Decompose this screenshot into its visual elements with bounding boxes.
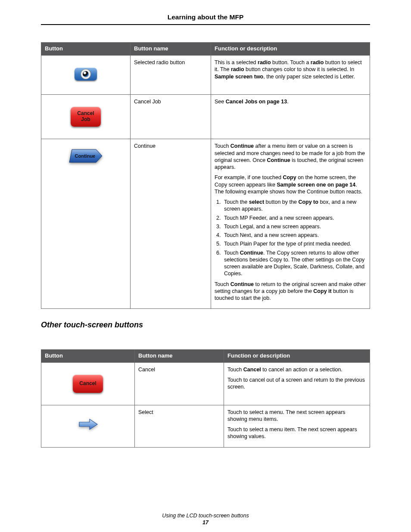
desc-text: For example, if one touched Copy on the … [215,174,366,195]
step: Touch Legal, and a new screen appears. [222,223,366,230]
th-button: Button [41,349,135,362]
buttons-table-2: Button Button name Function or descripti… [41,349,370,448]
th-desc: Function or description [224,349,370,362]
page-footer: Using the LCD touch-screen buttons 17 [41,512,370,526]
desc-text: Touch Continue after a menu item or valu… [215,143,366,171]
desc-text: Touch to cancel out of a screen and retu… [227,376,366,391]
footer-page-number: 17 [41,519,370,526]
step: Touch MP Feeder, and a new screen appear… [222,215,366,221]
th-button: Button [41,43,131,56]
button-desc-cell: Touch to select a menu. The next screen … [224,405,370,447]
desc-text: Touch Cancel to cancel an action or a se… [227,366,366,373]
select-arrow-icon [78,417,98,433]
desc-text: See Cancel Jobs on page 13. [215,98,366,105]
table-row: Continue Continue Touch Continue after a… [41,139,370,309]
table-row: CancelJob Cancel Job See Cancel Jobs on … [41,95,370,139]
th-name: Button name [135,349,224,362]
continue-button-icon: Continue [68,148,103,164]
section-heading: Other touch-screen buttons [41,320,370,330]
button-desc-cell: This is a selected radio button. Touch a… [211,56,370,95]
button-desc-cell: Touch Cancel to cancel an action or a se… [224,362,370,405]
page-header-title: Learning about the MFP [41,13,370,25]
step: Touch the select button by the Copy to b… [222,199,366,213]
th-desc: Function or description [211,43,370,56]
button-name-cell: Selected radio button [131,56,211,95]
step: Touch Next, and a new screen appears. [222,232,366,239]
desc-text: Touch Continue to return to the original… [215,281,366,302]
button-name-cell: Continue [131,139,211,309]
button-name-cell: Select [135,405,224,447]
table-row: Select Touch to select a menu. The next … [41,405,370,447]
button-desc-cell: See Cancel Jobs on page 13. [211,95,370,139]
button-name-cell: Cancel Job [131,95,211,139]
table-row: Cancel Cancel Touch Cancel to cancel an … [41,362,370,405]
desc-text: Touch to select a menu item. The next sc… [227,426,366,440]
footer-title: Using the LCD touch-screen buttons [41,512,370,519]
th-name: Button name [131,43,211,56]
steps-list: Touch the select button by the Copy to b… [215,199,366,277]
desc-text: This is a selected radio button. Touch a… [215,59,366,80]
desc-text: Touch to select a menu. The next screen … [227,409,366,423]
table-row: Selected radio button This is a selected… [41,56,370,95]
buttons-table-1: Button Button name Function or descripti… [41,42,370,309]
step: Touch Plain Paper for the type of print … [222,240,366,247]
radio-button-icon [75,68,97,81]
cancel-job-button-icon: CancelJob [71,107,101,127]
button-name-cell: Cancel [135,362,224,405]
button-desc-cell: Touch Continue after a menu item or valu… [211,139,370,309]
cancel-button-icon: Cancel [73,375,103,393]
step: Touch Continue. The Copy screen returns … [222,249,366,277]
